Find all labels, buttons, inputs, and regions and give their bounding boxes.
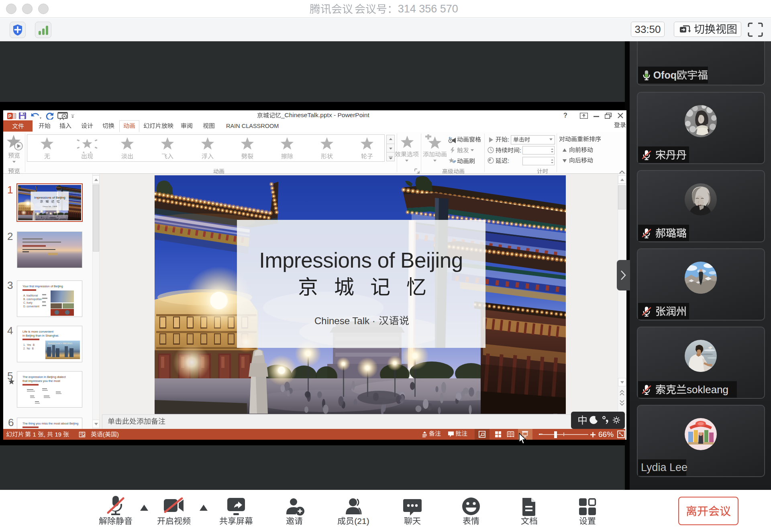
svg-text:P: P	[8, 114, 12, 119]
